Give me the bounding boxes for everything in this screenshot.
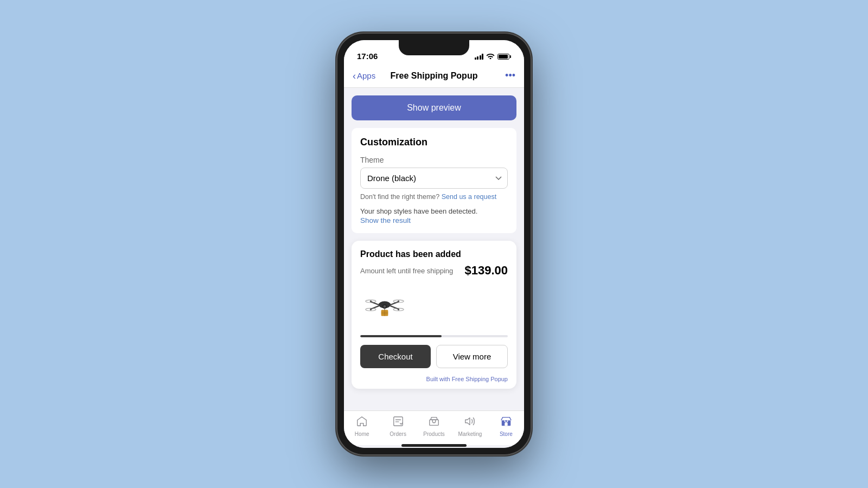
show-result-link[interactable]: Show the result bbox=[360, 216, 508, 224]
home-icon bbox=[356, 415, 368, 429]
svg-point-11 bbox=[370, 300, 372, 302]
tab-home[interactable]: Home bbox=[344, 415, 380, 437]
popup-amount-row: Amount left until free shipping $139.00 bbox=[360, 264, 508, 278]
view-more-button[interactable]: View more bbox=[436, 345, 508, 368]
popup-preview-card: Product has been added Amount left until… bbox=[352, 241, 516, 389]
theme-hint: Don't find the right theme? Send us a re… bbox=[360, 193, 508, 201]
wifi-icon bbox=[486, 53, 495, 61]
progress-bar-area bbox=[352, 329, 516, 337]
tab-bar: Home Orders bbox=[344, 410, 524, 445]
status-icons bbox=[475, 53, 512, 61]
popup-actions: Checkout View more bbox=[352, 337, 516, 376]
back-chevron-icon: ‹ bbox=[353, 71, 356, 81]
popup-price: $139.00 bbox=[464, 264, 508, 278]
customization-section: Customization Theme Drone (black) Don't … bbox=[352, 128, 516, 233]
marketing-icon bbox=[464, 415, 476, 429]
drone-image bbox=[360, 285, 409, 329]
tab-products[interactable]: Products bbox=[416, 415, 452, 437]
svg-point-13 bbox=[370, 309, 372, 310]
tab-products-label: Products bbox=[423, 431, 444, 437]
tab-marketing-label: Marketing bbox=[458, 431, 482, 437]
notch bbox=[399, 40, 469, 55]
back-button[interactable]: ‹ Apps bbox=[353, 71, 385, 81]
tab-marketing[interactable]: Marketing bbox=[452, 415, 488, 437]
tab-store[interactable]: Store bbox=[488, 415, 524, 437]
phone-screen: 17:06 bbox=[344, 40, 524, 448]
svg-point-14 bbox=[398, 309, 399, 310]
popup-image-area bbox=[352, 280, 516, 329]
theme-select[interactable]: Drone (black) bbox=[360, 168, 508, 189]
checkout-button[interactable]: Checkout bbox=[360, 345, 431, 368]
popup-card-header: Product has been added Amount left until… bbox=[352, 241, 516, 280]
tab-store-label: Store bbox=[500, 431, 513, 437]
status-time: 17:06 bbox=[357, 52, 378, 61]
svg-rect-22 bbox=[505, 423, 508, 426]
home-indicator-bar bbox=[401, 444, 467, 447]
show-preview-button[interactable]: Show preview bbox=[352, 95, 516, 120]
content-area: Show preview Customization Theme Drone (… bbox=[344, 88, 524, 410]
tab-orders[interactable]: Orders bbox=[380, 415, 416, 437]
nav-title: Free Shipping Popup bbox=[385, 71, 483, 81]
popup-amount-label: Amount left until free shipping bbox=[360, 267, 453, 275]
home-indicator bbox=[344, 445, 524, 448]
battery-icon bbox=[497, 54, 511, 60]
more-dots-icon: ••• bbox=[505, 70, 515, 81]
popup-footer: Built with Free Shipping Popup bbox=[352, 376, 516, 389]
more-button[interactable]: ••• bbox=[483, 70, 515, 81]
phone-frame: 17:06 bbox=[336, 33, 532, 455]
tab-orders-label: Orders bbox=[390, 431, 406, 437]
customization-title: Customization bbox=[360, 137, 508, 148]
tab-home-label: Home bbox=[355, 431, 369, 437]
popup-title: Product has been added bbox=[360, 249, 508, 259]
phone-wrapper: 17:06 bbox=[336, 33, 532, 455]
send-request-link[interactable]: Send us a request bbox=[442, 193, 496, 201]
store-icon bbox=[500, 415, 512, 429]
nav-bar: ‹ Apps Free Shipping Popup ••• bbox=[344, 64, 524, 88]
signal-bars-icon bbox=[475, 54, 484, 60]
shop-styles-text: Your shop styles have been detected. bbox=[360, 207, 508, 215]
products-icon bbox=[428, 415, 440, 429]
svg-point-12 bbox=[398, 300, 399, 302]
back-label: Apps bbox=[357, 71, 375, 80]
orders-icon bbox=[392, 415, 404, 429]
svg-point-2 bbox=[384, 305, 386, 308]
popup-footer-app-name: Free Shipping Popup bbox=[452, 376, 508, 382]
theme-label: Theme bbox=[360, 156, 508, 164]
